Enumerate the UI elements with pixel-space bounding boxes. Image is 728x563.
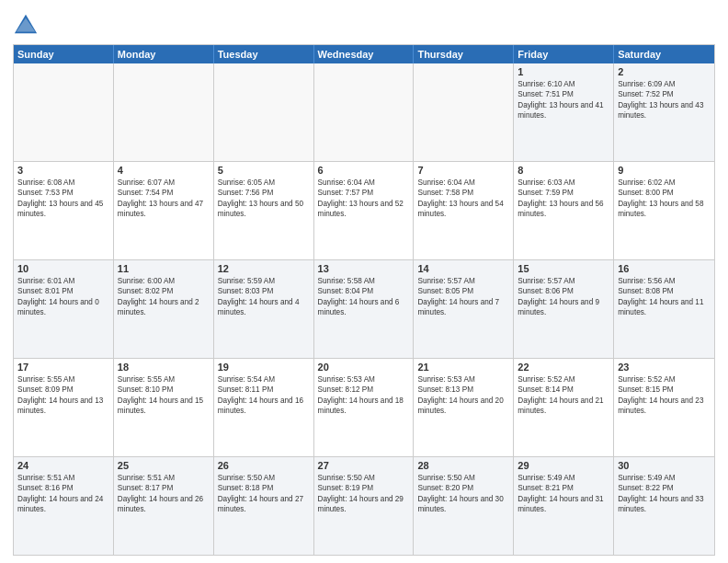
cell-info: Sunrise: 5:50 AMSunset: 8:18 PMDaylight:…	[218, 473, 310, 515]
cell-info: Sunrise: 5:58 AMSunset: 8:04 PMDaylight:…	[318, 276, 410, 318]
calendar-row-2: 10Sunrise: 6:01 AMSunset: 8:01 PMDayligh…	[14, 259, 714, 358]
day-number: 8	[518, 165, 609, 176]
calendar-cell-empty	[14, 63, 114, 161]
calendar-cell-8: 8Sunrise: 6:03 AMSunset: 7:59 PMDaylight…	[514, 162, 614, 259]
day-number: 7	[417, 165, 509, 176]
header-day-sunday: Sunday	[14, 45, 114, 63]
calendar-cell-30: 30Sunrise: 5:49 AMSunset: 8:22 PMDayligh…	[614, 457, 714, 555]
day-number: 13	[318, 263, 410, 274]
day-number: 21	[417, 362, 509, 373]
day-number: 18	[118, 362, 210, 373]
cell-info: Sunrise: 6:10 AMSunset: 7:51 PMDaylight:…	[518, 79, 609, 121]
day-number: 14	[417, 263, 509, 274]
day-number: 9	[618, 165, 711, 176]
calendar-cell-25: 25Sunrise: 5:51 AMSunset: 8:17 PMDayligh…	[114, 457, 214, 555]
calendar-cell-15: 15Sunrise: 5:57 AMSunset: 8:06 PMDayligh…	[514, 260, 614, 358]
calendar-cell-26: 26Sunrise: 5:50 AMSunset: 8:18 PMDayligh…	[214, 457, 314, 555]
calendar-cell-23: 23Sunrise: 5:52 AMSunset: 8:15 PMDayligh…	[614, 359, 714, 456]
cell-info: Sunrise: 6:00 AMSunset: 8:02 PMDaylight:…	[118, 276, 210, 318]
header-day-saturday: Saturday	[614, 45, 714, 63]
calendar-cell-empty	[414, 63, 514, 161]
day-number: 11	[118, 263, 210, 274]
header-day-tuesday: Tuesday	[214, 45, 314, 63]
cell-info: Sunrise: 5:54 AMSunset: 8:11 PMDaylight:…	[218, 374, 310, 417]
calendar-cell-17: 17Sunrise: 5:55 AMSunset: 8:09 PMDayligh…	[14, 359, 114, 456]
calendar-cell-empty	[314, 63, 415, 161]
day-number: 19	[218, 362, 310, 373]
day-number: 6	[318, 165, 410, 176]
cell-info: Sunrise: 5:49 AMSunset: 8:22 PMDaylight:…	[618, 473, 711, 515]
page: SundayMondayTuesdayWednesdayThursdayFrid…	[0, 0, 728, 563]
day-number: 15	[518, 263, 609, 274]
header	[13, 11, 715, 37]
calendar-cell-16: 16Sunrise: 5:56 AMSunset: 8:08 PMDayligh…	[614, 260, 714, 358]
day-number: 28	[417, 460, 509, 471]
calendar-cell-4: 4Sunrise: 6:07 AMSunset: 7:54 PMDaylight…	[114, 162, 214, 259]
header-day-thursday: Thursday	[414, 45, 514, 63]
day-number: 27	[318, 460, 410, 471]
day-number: 10	[17, 263, 109, 274]
cell-info: Sunrise: 5:51 AMSunset: 8:17 PMDaylight:…	[118, 473, 210, 515]
calendar-cell-18: 18Sunrise: 5:55 AMSunset: 8:10 PMDayligh…	[114, 359, 214, 456]
calendar-row-3: 17Sunrise: 5:55 AMSunset: 8:09 PMDayligh…	[14, 358, 714, 456]
cell-info: Sunrise: 6:08 AMSunset: 7:53 PMDaylight:…	[17, 178, 109, 220]
header-day-wednesday: Wednesday	[314, 45, 415, 63]
calendar-cell-27: 27Sunrise: 5:50 AMSunset: 8:19 PMDayligh…	[314, 457, 415, 555]
cell-info: Sunrise: 5:55 AMSunset: 8:09 PMDaylight:…	[17, 374, 109, 417]
calendar-cell-9: 9Sunrise: 6:02 AMSunset: 8:00 PMDaylight…	[614, 162, 714, 259]
calendar-cell-24: 24Sunrise: 5:51 AMSunset: 8:16 PMDayligh…	[14, 457, 114, 555]
cell-info: Sunrise: 5:57 AMSunset: 8:06 PMDaylight:…	[518, 276, 609, 318]
day-number: 30	[618, 460, 711, 471]
day-number: 1	[518, 66, 609, 77]
cell-info: Sunrise: 6:03 AMSunset: 7:59 PMDaylight:…	[518, 178, 609, 220]
cell-info: Sunrise: 5:52 AMSunset: 8:14 PMDaylight:…	[518, 374, 609, 417]
calendar-cell-empty	[114, 63, 214, 161]
calendar-cell-6: 6Sunrise: 6:04 AMSunset: 7:57 PMDaylight…	[314, 162, 415, 259]
day-number: 22	[518, 362, 609, 373]
day-number: 20	[318, 362, 410, 373]
calendar-cell-12: 12Sunrise: 5:59 AMSunset: 8:03 PMDayligh…	[214, 260, 314, 358]
cell-info: Sunrise: 5:56 AMSunset: 8:08 PMDaylight:…	[618, 276, 711, 318]
day-number: 5	[218, 165, 310, 176]
cell-info: Sunrise: 5:53 AMSunset: 8:13 PMDaylight:…	[417, 374, 509, 417]
calendar-cell-14: 14Sunrise: 5:57 AMSunset: 8:05 PMDayligh…	[414, 260, 514, 358]
calendar-cell-7: 7Sunrise: 6:04 AMSunset: 7:58 PMDaylight…	[414, 162, 514, 259]
calendar-body: 1Sunrise: 6:10 AMSunset: 7:51 PMDaylight…	[14, 63, 714, 555]
cell-info: Sunrise: 5:55 AMSunset: 8:10 PMDaylight:…	[118, 374, 210, 417]
calendar-row-4: 24Sunrise: 5:51 AMSunset: 8:16 PMDayligh…	[14, 456, 714, 555]
day-number: 23	[618, 362, 711, 373]
calendar-cell-19: 19Sunrise: 5:54 AMSunset: 8:11 PMDayligh…	[214, 359, 314, 456]
logo	[13, 11, 42, 37]
cell-info: Sunrise: 5:49 AMSunset: 8:21 PMDaylight:…	[518, 473, 609, 515]
day-number: 4	[118, 165, 210, 176]
calendar-cell-20: 20Sunrise: 5:53 AMSunset: 8:12 PMDayligh…	[314, 359, 415, 456]
calendar-cell-28: 28Sunrise: 5:50 AMSunset: 8:20 PMDayligh…	[414, 457, 514, 555]
calendar-cell-29: 29Sunrise: 5:49 AMSunset: 8:21 PMDayligh…	[514, 457, 614, 555]
cell-info: Sunrise: 5:53 AMSunset: 8:12 PMDaylight:…	[318, 374, 410, 417]
day-number: 17	[17, 362, 109, 373]
calendar-cell-13: 13Sunrise: 5:58 AMSunset: 8:04 PMDayligh…	[314, 260, 415, 358]
cell-info: Sunrise: 5:52 AMSunset: 8:15 PMDaylight:…	[618, 374, 711, 417]
cell-info: Sunrise: 6:04 AMSunset: 7:57 PMDaylight:…	[318, 178, 410, 220]
day-number: 25	[118, 460, 210, 471]
calendar-cell-empty	[214, 63, 314, 161]
calendar-cell-21: 21Sunrise: 5:53 AMSunset: 8:13 PMDayligh…	[414, 359, 514, 456]
calendar: SundayMondayTuesdayWednesdayThursdayFrid…	[13, 44, 715, 556]
cell-info: Sunrise: 6:07 AMSunset: 7:54 PMDaylight:…	[118, 178, 210, 220]
day-number: 24	[17, 460, 109, 471]
calendar-row-0: 1Sunrise: 6:10 AMSunset: 7:51 PMDaylight…	[14, 63, 714, 161]
calendar-cell-3: 3Sunrise: 6:08 AMSunset: 7:53 PMDaylight…	[14, 162, 114, 259]
calendar-row-1: 3Sunrise: 6:08 AMSunset: 7:53 PMDaylight…	[14, 161, 714, 259]
cell-info: Sunrise: 5:51 AMSunset: 8:16 PMDaylight:…	[17, 473, 109, 515]
cell-info: Sunrise: 6:09 AMSunset: 7:52 PMDaylight:…	[618, 79, 711, 121]
calendar-cell-2: 2Sunrise: 6:09 AMSunset: 7:52 PMDaylight…	[614, 63, 714, 161]
day-number: 29	[518, 460, 609, 471]
day-number: 26	[218, 460, 310, 471]
calendar-cell-5: 5Sunrise: 6:05 AMSunset: 7:56 PMDaylight…	[214, 162, 314, 259]
cell-info: Sunrise: 6:01 AMSunset: 8:01 PMDaylight:…	[17, 276, 109, 318]
cell-info: Sunrise: 5:59 AMSunset: 8:03 PMDaylight:…	[218, 276, 310, 318]
calendar-cell-10: 10Sunrise: 6:01 AMSunset: 8:01 PMDayligh…	[14, 260, 114, 358]
calendar-cell-11: 11Sunrise: 6:00 AMSunset: 8:02 PMDayligh…	[114, 260, 214, 358]
svg-marker-1	[17, 17, 36, 31]
cell-info: Sunrise: 5:50 AMSunset: 8:20 PMDaylight:…	[417, 473, 509, 515]
